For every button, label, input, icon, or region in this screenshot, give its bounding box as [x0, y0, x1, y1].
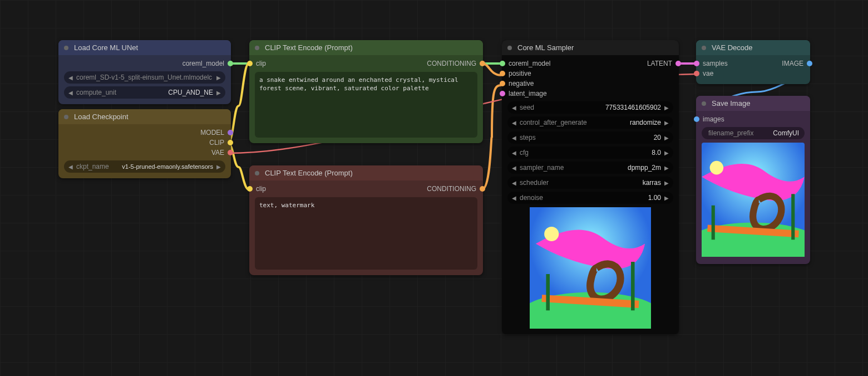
- model-path-widget[interactable]: ◀ coreml_SD-v1-5_split-einsum_Unet.mlmod…: [64, 71, 225, 84]
- arrow-left-icon[interactable]: ◀: [511, 195, 517, 201]
- compute-unit-widget[interactable]: ◀ compute_unit CPU_AND_NE ▶: [64, 86, 225, 99]
- input-clip[interactable]: clip: [255, 184, 266, 194]
- port-dot-icon: [500, 61, 505, 66]
- output-conditioning[interactable]: CONDITIONING: [427, 184, 477, 194]
- port-dot-icon: [480, 61, 485, 66]
- sampler-name-widget[interactable]: ◀ sampler_name dpmpp_2m ▶: [507, 162, 673, 174]
- port-dot-icon: [500, 71, 505, 76]
- svg-point-5: [710, 161, 724, 175]
- steps-widget[interactable]: ◀ steps 20 ▶: [507, 131, 673, 144]
- port-dot-icon: [694, 61, 699, 66]
- preview-image-icon: [702, 143, 805, 257]
- node-title[interactable]: Load Core ML UNet: [58, 40, 231, 55]
- save-preview-image: [702, 143, 805, 258]
- node-title-label: Core ML Sampler: [517, 43, 574, 52]
- arrow-right-icon[interactable]: ▶: [663, 180, 670, 186]
- port-dot-icon: [500, 91, 505, 96]
- port-dot-icon: [228, 140, 233, 145]
- node-title[interactable]: VAE Decode: [696, 40, 810, 55]
- output-latent[interactable]: LATENT: [647, 58, 673, 69]
- node-title[interactable]: CLIP Text Encode (Prompt): [249, 165, 483, 180]
- port-dot-icon: [228, 61, 233, 66]
- output-coreml-model[interactable]: coreml_model: [64, 58, 225, 69]
- port-dot-icon: [694, 116, 699, 122]
- arrow-right-icon[interactable]: ▶: [663, 135, 670, 141]
- collapse-icon[interactable]: [255, 171, 259, 175]
- node-title-label: Save Image: [712, 99, 750, 108]
- output-model[interactable]: MODEL: [64, 128, 225, 138]
- arrow-left-icon[interactable]: ◀: [67, 90, 74, 96]
- arrow-right-icon[interactable]: ▶: [215, 90, 222, 96]
- node-title-label: VAE Decode: [712, 43, 752, 52]
- arrow-right-icon[interactable]: ▶: [663, 120, 670, 126]
- node-title[interactable]: Save Image: [696, 96, 810, 111]
- collapse-icon[interactable]: [64, 46, 68, 50]
- port-dot-icon: [694, 71, 699, 76]
- node-vae-decode[interactable]: VAE Decode samples IMAGE vae: [696, 40, 810, 84]
- negative-prompt-input[interactable]: text, watermark: [255, 197, 477, 270]
- node-title-label: CLIP Text Encode (Prompt): [265, 43, 353, 52]
- port-dot-icon: [228, 130, 233, 135]
- input-vae[interactable]: vae: [702, 69, 805, 79]
- input-images[interactable]: images: [702, 114, 805, 124]
- input-positive[interactable]: positive: [507, 69, 673, 79]
- arrow-left-icon[interactable]: ◀: [511, 120, 517, 126]
- port-dot-icon: [247, 61, 253, 66]
- arrow-right-icon[interactable]: ▶: [663, 165, 670, 171]
- collapse-icon[interactable]: [507, 46, 512, 50]
- port-dot-icon: [675, 61, 681, 66]
- input-clip[interactable]: clip: [255, 58, 266, 69]
- arrow-left-icon[interactable]: ◀: [511, 135, 517, 141]
- arrow-left-icon[interactable]: ◀: [511, 165, 517, 171]
- seed-widget[interactable]: ◀ seed 775331461605902 ▶: [507, 101, 673, 114]
- input-coreml-model[interactable]: coreml_model: [507, 58, 550, 69]
- input-latent-image[interactable]: latent_image: [507, 89, 673, 99]
- node-save-image[interactable]: Save Image images filename_prefix ComfyU…: [696, 96, 810, 264]
- collapse-icon[interactable]: [255, 46, 259, 50]
- port-dot-icon: [480, 186, 485, 192]
- filename-prefix-widget[interactable]: filename_prefix ComfyUI: [702, 127, 805, 139]
- cfg-widget[interactable]: ◀ cfg 8.0 ▶: [507, 147, 673, 159]
- input-negative[interactable]: negative: [507, 79, 673, 89]
- node-load-coreml-unet[interactable]: Load Core ML UNet coreml_model ◀ coreml_…: [58, 40, 231, 104]
- collapse-icon[interactable]: [702, 101, 706, 106]
- output-image[interactable]: IMAGE: [782, 58, 805, 69]
- arrow-left-icon[interactable]: ◀: [511, 150, 517, 156]
- node-title-label: Load Checkpoint: [74, 113, 129, 121]
- arrow-right-icon[interactable]: ▶: [215, 75, 222, 81]
- scheduler-widget[interactable]: ◀ scheduler karras ▶: [507, 177, 673, 189]
- node-coreml-sampler[interactable]: Core ML Sampler coreml_model LATENT posi…: [502, 40, 679, 334]
- port-dot-icon: [500, 81, 505, 86]
- arrow-left-icon[interactable]: ◀: [511, 180, 517, 186]
- denoise-widget[interactable]: ◀ denoise 1.00 ▶: [507, 192, 673, 204]
- preview-image-icon: [530, 207, 651, 329]
- output-clip[interactable]: CLIP: [64, 138, 225, 148]
- arrow-left-icon[interactable]: ◀: [511, 105, 517, 111]
- node-clip-text-encode-positive[interactable]: CLIP Text Encode (Prompt) clip CONDITION…: [249, 40, 483, 143]
- sampler-preview-image: [507, 207, 673, 329]
- node-title[interactable]: CLIP Text Encode (Prompt): [249, 40, 483, 55]
- arrow-right-icon[interactable]: ▶: [663, 150, 670, 156]
- node-title-label: CLIP Text Encode (Prompt): [265, 169, 353, 177]
- output-conditioning[interactable]: CONDITIONING: [427, 58, 477, 69]
- arrow-right-icon[interactable]: ▶: [663, 195, 670, 201]
- arrow-right-icon[interactable]: ▶: [663, 105, 670, 111]
- output-vae[interactable]: VAE: [64, 148, 225, 158]
- node-title[interactable]: Core ML Sampler: [502, 40, 679, 55]
- arrow-left-icon[interactable]: ◀: [67, 164, 74, 170]
- svg-point-2: [544, 227, 559, 241]
- node-clip-text-encode-negative[interactable]: CLIP Text Encode (Prompt) clip CONDITION…: [249, 165, 483, 275]
- input-samples[interactable]: samples: [702, 58, 728, 69]
- control-after-generate-widget[interactable]: ◀ control_after_generate randomize ▶: [507, 116, 673, 129]
- collapse-icon[interactable]: [64, 115, 68, 119]
- collapse-icon[interactable]: [702, 46, 706, 50]
- ckpt-name-widget[interactable]: ◀ ckpt_name v1-5-pruned-emaonly.safetens…: [64, 160, 225, 173]
- port-dot-icon: [247, 186, 253, 192]
- arrow-right-icon[interactable]: ▶: [215, 164, 222, 170]
- port-dot-icon: [807, 61, 812, 66]
- port-dot-icon: [228, 150, 233, 155]
- arrow-left-icon[interactable]: ◀: [67, 75, 74, 81]
- node-title[interactable]: Load Checkpoint: [58, 109, 231, 124]
- node-load-checkpoint[interactable]: Load Checkpoint MODEL CLIP VAE ◀ ckpt_na…: [58, 109, 231, 178]
- positive-prompt-input[interactable]: a snake entwined around an enchanted cry…: [255, 72, 477, 138]
